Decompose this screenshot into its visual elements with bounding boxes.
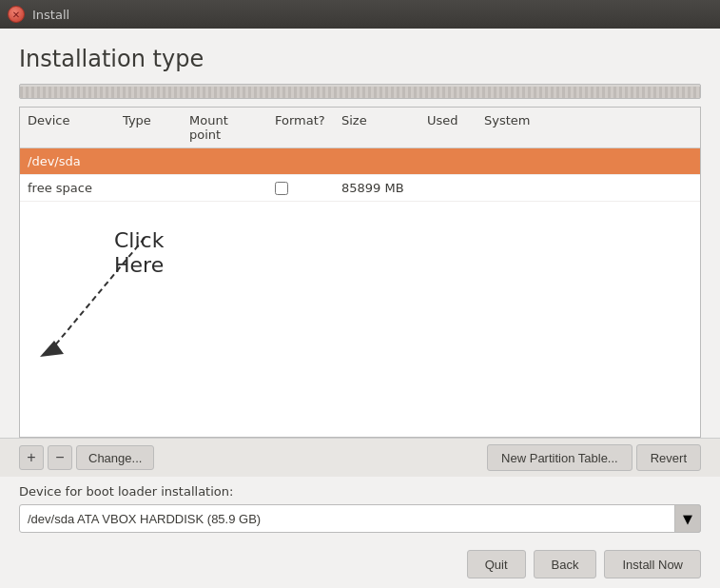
revert-button[interactable]: Revert bbox=[636, 444, 701, 471]
scrollbar-area[interactable] bbox=[19, 84, 701, 99]
cell-system bbox=[477, 152, 700, 170]
bootloader-section: Device for boot loader installation: /de… bbox=[0, 477, 720, 540]
page-title-section: Installation type bbox=[0, 29, 720, 84]
cell-mount bbox=[182, 179, 267, 197]
cell-used bbox=[419, 152, 477, 170]
bootloader-label: Device for boot loader installation: bbox=[19, 484, 701, 499]
cell-size bbox=[334, 152, 419, 170]
col-header-format: Format? bbox=[267, 111, 334, 144]
format-checkbox[interactable] bbox=[275, 182, 288, 195]
col-header-device: Device bbox=[20, 111, 115, 144]
col-header-mount: Mount point bbox=[182, 111, 267, 144]
cell-system bbox=[477, 179, 700, 197]
partition-table: Device Type Mount point Format? Size Use… bbox=[19, 107, 701, 438]
add-partition-button[interactable]: + bbox=[19, 445, 44, 470]
cell-format-checkbox[interactable] bbox=[267, 179, 334, 197]
cell-type bbox=[115, 152, 182, 170]
remove-partition-button[interactable]: − bbox=[48, 445, 72, 470]
cell-used bbox=[419, 179, 477, 197]
window-title: Install bbox=[32, 8, 69, 22]
cell-device: free space bbox=[20, 179, 115, 197]
cell-mount bbox=[182, 152, 267, 170]
change-button[interactable]: Change... bbox=[76, 445, 154, 470]
col-header-type: Type bbox=[115, 111, 182, 144]
main-window: Installation type Device Type Mount poin… bbox=[0, 29, 720, 588]
col-header-used: Used bbox=[419, 111, 477, 144]
cell-type bbox=[115, 179, 182, 197]
scrollbar-thumb bbox=[20, 87, 700, 98]
title-bar: ✕ Install bbox=[0, 0, 720, 29]
toolbar: + − Change... New Partition Table... Rev… bbox=[0, 438, 720, 477]
bootloader-select[interactable]: /dev/sda ATA VBOX HARDDISK (85.9 GB) bbox=[19, 504, 701, 533]
install-now-button[interactable]: Install Now bbox=[604, 550, 701, 578]
bootloader-select-container: /dev/sda ATA VBOX HARDDISK (85.9 GB) ▼ bbox=[19, 504, 701, 533]
bottom-buttons: Quit Back Install Now bbox=[0, 540, 720, 588]
back-button[interactable]: Back bbox=[534, 550, 597, 578]
cell-size: 85899 MB bbox=[334, 179, 419, 197]
table-row[interactable]: /dev/sda bbox=[20, 148, 700, 175]
table-body: /dev/sda free space 85899 MB bbox=[20, 148, 700, 437]
table-row[interactable]: free space 85899 MB bbox=[20, 175, 700, 202]
cell-format bbox=[267, 152, 334, 170]
col-header-system: System bbox=[477, 111, 700, 144]
col-header-size: Size bbox=[334, 111, 419, 144]
close-button[interactable]: ✕ bbox=[8, 6, 25, 23]
page-title: Installation type bbox=[19, 46, 701, 72]
table-header: Device Type Mount point Format? Size Use… bbox=[20, 108, 700, 148]
cell-device: /dev/sda bbox=[20, 152, 115, 170]
quit-button[interactable]: Quit bbox=[467, 550, 526, 578]
new-partition-table-button[interactable]: New Partition Table... bbox=[487, 444, 632, 471]
